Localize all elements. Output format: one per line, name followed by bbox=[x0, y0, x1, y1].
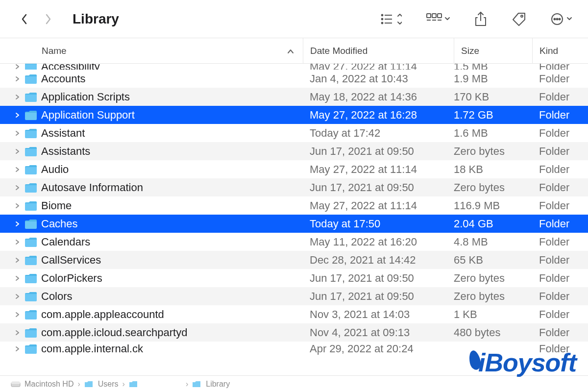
column-name-label: Name bbox=[42, 46, 67, 56]
disclosure-chevron-icon[interactable] bbox=[14, 202, 21, 209]
disclosure-chevron-icon[interactable] bbox=[14, 148, 21, 155]
folder-icon bbox=[24, 182, 37, 193]
column-size[interactable]: Size bbox=[454, 38, 532, 63]
svg-point-2 bbox=[382, 18, 383, 20]
table-row[interactable]: Assistant Today at 17:42 1.6 MB Folder bbox=[0, 124, 588, 142]
more-actions-button[interactable] bbox=[551, 12, 573, 26]
table-row[interactable]: Accessibility May 27, 2022 at 11:14 1.5 … bbox=[0, 64, 588, 70]
folder-icon bbox=[24, 110, 37, 121]
disclosure-chevron-icon[interactable] bbox=[14, 275, 21, 282]
view-list-button[interactable] bbox=[380, 12, 402, 26]
folder-icon bbox=[24, 219, 37, 229]
file-name: Calendars bbox=[41, 236, 90, 248]
table-row[interactable]: Application Support May 27, 2022 at 16:2… bbox=[0, 106, 588, 124]
file-name: com.apple.appleaccountd bbox=[41, 308, 164, 321]
disclosure-chevron-icon[interactable] bbox=[14, 94, 21, 100]
disclosure-chevron-icon[interactable] bbox=[14, 311, 21, 318]
folder-icon bbox=[24, 291, 37, 302]
table-row[interactable]: Calendars May 11, 2022 at 16:20 4.8 MB F… bbox=[0, 233, 588, 251]
file-date: May 27, 2022 at 16:28 bbox=[303, 106, 454, 124]
path-item[interactable]: Macintosh HD bbox=[24, 380, 74, 389]
disk-icon bbox=[11, 380, 21, 388]
disclosure-chevron-icon[interactable] bbox=[14, 64, 21, 70]
disclosure-chevron-icon[interactable] bbox=[14, 75, 21, 82]
path-item[interactable]: Library bbox=[206, 380, 230, 389]
toolbar: Library bbox=[0, 0, 588, 38]
svg-point-0 bbox=[382, 14, 383, 16]
file-date: Nov 4, 2021 at 09:13 bbox=[303, 323, 454, 342]
table-row[interactable]: Accounts Jan 4, 2022 at 10:43 1.9 MB Fol… bbox=[0, 70, 588, 88]
table-row[interactable]: ColorPickers Jun 17, 2021 at 09:50 Zero … bbox=[0, 269, 588, 287]
path-item[interactable]: Users bbox=[98, 380, 119, 389]
file-name: Audio bbox=[41, 163, 69, 176]
file-size: Zero bytes bbox=[454, 269, 532, 287]
file-kind: Folder bbox=[532, 106, 588, 124]
share-button[interactable] bbox=[474, 12, 487, 26]
folder-icon bbox=[24, 64, 37, 70]
table-row[interactable]: com.apple.icloud.searchpartyd Nov 4, 202… bbox=[0, 323, 588, 342]
svg-rect-7 bbox=[432, 14, 436, 18]
watermark: iBoysoft bbox=[469, 348, 576, 377]
folder-icon bbox=[24, 255, 37, 266]
chevron-right-icon: › bbox=[77, 380, 80, 389]
folder-icon bbox=[24, 74, 37, 84]
disclosure-chevron-icon[interactable] bbox=[14, 220, 21, 227]
file-kind: Folder bbox=[532, 142, 588, 160]
table-row[interactable]: Biome May 27, 2022 at 11:14 116.9 MB Fol… bbox=[0, 196, 588, 215]
disclosure-chevron-icon[interactable] bbox=[14, 184, 21, 191]
file-name: Autosave Information bbox=[41, 181, 143, 194]
folder-icon bbox=[24, 237, 37, 247]
back-button[interactable] bbox=[20, 14, 29, 24]
file-name: Application Scripts bbox=[41, 91, 130, 103]
disclosure-chevron-icon[interactable] bbox=[14, 166, 21, 173]
table-row[interactable]: Colors Jun 17, 2021 at 09:50 Zero bytes … bbox=[0, 287, 588, 305]
file-kind: Folder bbox=[532, 269, 588, 287]
file-size: Zero bytes bbox=[454, 178, 532, 196]
table-row[interactable]: com.apple.appleaccountd Nov 3, 2021 at 1… bbox=[0, 305, 588, 323]
disclosure-chevron-icon[interactable] bbox=[14, 293, 21, 300]
chevron-right-icon: › bbox=[122, 380, 125, 389]
table-row[interactable]: Application Scripts May 18, 2022 at 14:3… bbox=[0, 88, 588, 106]
tags-button[interactable] bbox=[512, 12, 526, 26]
disclosure-chevron-icon[interactable] bbox=[14, 257, 21, 264]
file-date: Jun 17, 2021 at 09:50 bbox=[303, 178, 454, 196]
disclosure-chevron-icon[interactable] bbox=[14, 329, 21, 336]
disclosure-chevron-icon[interactable] bbox=[14, 112, 21, 119]
svg-point-13 bbox=[521, 15, 523, 17]
file-size: Zero bytes bbox=[454, 287, 532, 305]
file-name: CallServices bbox=[41, 254, 101, 267]
file-name: Biome bbox=[41, 199, 72, 212]
disclosure-chevron-icon[interactable] bbox=[14, 130, 21, 137]
file-size: 2.04 GB bbox=[454, 215, 532, 233]
column-kind[interactable]: Kind bbox=[532, 38, 588, 63]
file-kind: Folder bbox=[532, 196, 588, 215]
file-size: 65 KB bbox=[454, 251, 532, 269]
file-list[interactable]: Accessibility May 27, 2022 at 11:14 1.5 … bbox=[0, 64, 588, 356]
file-date: Dec 28, 2021 at 14:42 bbox=[303, 251, 454, 269]
file-kind: Folder bbox=[532, 287, 588, 305]
table-row[interactable]: Audio May 27, 2022 at 11:14 18 KB Folder bbox=[0, 160, 588, 178]
table-row[interactable]: Assistants Jun 17, 2021 at 09:50 Zero by… bbox=[0, 142, 588, 160]
file-date: Jan 4, 2022 at 10:43 bbox=[303, 70, 454, 88]
file-size: 1 KB bbox=[454, 305, 532, 323]
file-date: Apr 29, 2022 at 20:24 bbox=[303, 342, 454, 356]
forward-button[interactable] bbox=[43, 14, 53, 24]
file-date: Today at 17:42 bbox=[303, 124, 454, 142]
table-row[interactable]: Autosave Information Jun 17, 2021 at 09:… bbox=[0, 178, 588, 196]
table-row[interactable]: Caches Today at 17:50 2.04 GB Folder bbox=[0, 215, 588, 233]
view-grid-button[interactable] bbox=[426, 13, 450, 25]
table-row[interactable]: CallServices Dec 28, 2021 at 14:42 65 KB… bbox=[0, 251, 588, 269]
column-date[interactable]: Date Modified bbox=[303, 38, 454, 63]
path-bar: Macintosh HD › Users › › Library bbox=[0, 375, 588, 392]
file-date: May 27, 2022 at 11:14 bbox=[303, 196, 454, 215]
disclosure-chevron-icon[interactable] bbox=[14, 345, 21, 352]
file-name: Accounts bbox=[41, 73, 86, 85]
column-name[interactable]: Name bbox=[0, 46, 303, 56]
file-name: com.apple.internal.ck bbox=[41, 343, 143, 355]
disclosure-chevron-icon[interactable] bbox=[14, 239, 21, 245]
file-kind: Folder bbox=[532, 251, 588, 269]
folder-icon bbox=[24, 273, 37, 284]
file-kind: Folder bbox=[532, 124, 588, 142]
column-header: Name Date Modified Size Kind bbox=[0, 38, 588, 64]
folder-icon bbox=[84, 380, 94, 388]
